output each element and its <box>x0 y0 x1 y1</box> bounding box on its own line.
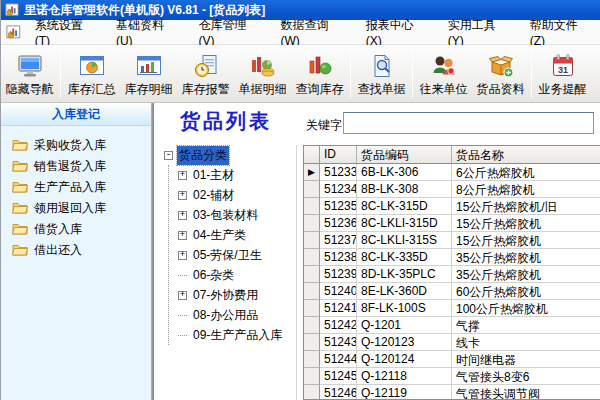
sidebar-item-0[interactable]: 采购收货入库 <box>1 135 151 156</box>
sidebar-item-2[interactable]: 生产产品入库 <box>1 177 151 198</box>
table-row[interactable]: 512348B-LK-3088公斤热熔胶机 <box>304 181 600 198</box>
collapse-icon[interactable]: - <box>164 151 173 160</box>
tree-root-label[interactable]: 货品分类 <box>177 146 229 165</box>
column-header-2[interactable]: 货品名称 <box>452 146 600 164</box>
toolbar-hide-nav-button[interactable]: 隐藏导航 <box>1 45 58 102</box>
tree-node-5[interactable]: 06-杂类 <box>178 265 296 285</box>
tree-node-8[interactable]: 09-生产产品入库 <box>178 325 296 345</box>
expand-icon[interactable]: + <box>178 291 187 300</box>
row-selector[interactable] <box>304 368 320 385</box>
table-row[interactable]: 512408E-LK-360D60公斤热熔胶机 <box>304 283 600 300</box>
table-cell: 60公斤热熔胶机 <box>452 283 600 300</box>
row-selector[interactable] <box>304 317 320 334</box>
table-row[interactable]: 51244Q-120124时间继电器 <box>304 351 600 368</box>
sidebar-item-label: 借出还入 <box>34 242 82 259</box>
table-row[interactable]: 512378C-LKLI-315S15公斤热熔胶机 <box>304 232 600 249</box>
row-selector-header <box>304 146 320 164</box>
sidebar-item-3[interactable]: 领用退回入库 <box>1 198 151 219</box>
row-selector[interactable] <box>304 334 320 351</box>
table-row[interactable]: ▶512336B-LK-3066公斤热熔胶机 <box>304 164 600 181</box>
folder-icon <box>12 222 28 238</box>
column-header-1[interactable]: 货品编码 <box>357 146 452 164</box>
expand-icon[interactable]: + <box>178 231 187 240</box>
toolbar-button-label: 库存报警 <box>182 81 230 98</box>
keyword-input[interactable] <box>343 112 594 134</box>
toolbar-query-stock-button[interactable]: 查询库存 <box>291 45 348 102</box>
tree-node-6[interactable]: +07-外协费用 <box>178 285 296 305</box>
tree-node-3[interactable]: +04-生产类 <box>178 225 296 245</box>
table-row[interactable]: 51243Q-120123线卡 <box>304 334 600 351</box>
app-window: 里诺仓库管理软件(单机版) V6.81 - [货品列表] 系统设置(T)基础资料… <box>0 0 600 400</box>
table-cell: Q-12118 <box>357 368 452 385</box>
toolbar-stock-detail-button[interactable]: 库存明细 <box>120 45 177 102</box>
pie-window-icon <box>78 52 106 80</box>
partners-icon <box>430 52 458 80</box>
table-row[interactable]: 51242Q-1201气撑 <box>304 317 600 334</box>
sidebar-item-1[interactable]: 销售退货入库 <box>1 156 151 177</box>
toolbar-separator <box>350 49 351 98</box>
table-cell: 8C-LKLI-315D <box>357 215 452 232</box>
toolbar-goods-info-button[interactable]: 货品资料 <box>472 45 529 102</box>
sidebar-header: 入库登记 <box>1 103 151 126</box>
sidebar-item-5[interactable]: 借出还入 <box>1 240 151 261</box>
tree-node-0[interactable]: +01-主材 <box>178 165 296 185</box>
table-row[interactable]: 512388C-LK-335D35公斤热熔胶机 <box>304 249 600 266</box>
tree-connector <box>178 275 187 276</box>
tree-root-node[interactable]: -货品分类 <box>164 145 296 165</box>
coins-chart-icon <box>249 52 277 80</box>
row-selector[interactable] <box>304 198 320 215</box>
row-selector[interactable] <box>304 232 320 249</box>
toolbar-button-label: 查找单据 <box>358 81 406 98</box>
toolbar-business-reminder-button[interactable]: 31业务提醒 <box>534 45 591 102</box>
row-selector[interactable] <box>304 181 320 198</box>
expand-icon[interactable]: + <box>178 191 187 200</box>
toolbar-button-label: 业务提醒 <box>539 81 587 98</box>
table-cell: Q-120124 <box>357 351 452 368</box>
table-row[interactable]: 51245Q-12118气管接头8变6 <box>304 368 600 385</box>
toolbar-stock-alert-button[interactable]: 库存报警 <box>177 45 234 102</box>
table-cell: Q-12119 <box>357 385 452 400</box>
table-cell: 35公斤热熔胶机 <box>452 266 600 283</box>
category-tree: -货品分类+01-主材+02-辅材+03-包装材料+04-生产类+05-劳保/卫… <box>164 145 297 400</box>
toolbar-separator <box>531 49 532 98</box>
table-row[interactable]: 512398D-LK-35PLC35公斤热熔胶机 <box>304 266 600 283</box>
sidebar-nav-panel: 入库登记 采购收货入库销售退货入库生产产品入库领用退回入库借货入库借出还入 <box>1 103 151 400</box>
expand-icon[interactable]: + <box>178 171 187 180</box>
tree-node-1[interactable]: +02-辅材 <box>178 185 296 205</box>
table-cell: 8D-LK-35PLC <box>357 266 452 283</box>
table-row[interactable]: 512368C-LKLI-315D15公斤热熔胶机 <box>304 215 600 232</box>
toolbar-button-label: 单据明细 <box>239 81 287 98</box>
toolbar-clipped-right-button[interactable]: 联 <box>591 45 600 102</box>
menu-bar: 系统设置(T)基础资料(U)仓库管理(V)数据查询(W)报表中心(X)实用工具(… <box>1 20 600 45</box>
row-selector[interactable] <box>304 385 320 400</box>
row-selector[interactable] <box>304 215 320 232</box>
toolbar-find-bill-button[interactable]: 查找单据 <box>353 45 410 102</box>
table-row[interactable]: 512418F-LK-100S100公斤热熔胶机 <box>304 300 600 317</box>
row-selector[interactable] <box>304 283 320 300</box>
row-selector[interactable] <box>304 300 320 317</box>
expand-icon[interactable]: + <box>178 251 187 260</box>
toolbar-bill-detail-button[interactable]: 单据明细 <box>234 45 291 102</box>
table-cell: 6B-LK-306 <box>357 164 452 181</box>
row-selector[interactable] <box>304 249 320 266</box>
tree-children: +01-主材+02-辅材+03-包装材料+04-生产类+05-劳保/卫生06-杂… <box>168 165 296 345</box>
table-row[interactable]: 51246Q-12119气管接头调节阀 <box>304 385 600 400</box>
toolbar-partners-button[interactable]: 往来单位 <box>415 45 472 102</box>
keyword-label: 关键字 <box>306 117 342 134</box>
row-selector[interactable] <box>304 351 320 368</box>
tree-node-2[interactable]: +03-包装材料 <box>178 205 296 225</box>
table-cell: 51239 <box>320 266 357 283</box>
monitor-icon <box>16 52 44 80</box>
tree-node-4[interactable]: +05-劳保/卫生 <box>178 245 296 265</box>
column-header-0[interactable]: ID <box>320 146 357 164</box>
expand-icon[interactable]: + <box>178 211 187 220</box>
table-cell: 15公斤热熔胶机 <box>452 215 600 232</box>
sidebar-item-4[interactable]: 借货入库 <box>1 219 151 240</box>
mdi-child-icon[interactable] <box>6 25 21 40</box>
current-row-indicator[interactable]: ▶ <box>304 164 320 181</box>
table-row[interactable]: 512358C-LK-315D15公斤热熔胶机/旧 <box>304 198 600 215</box>
table-cell: 6公斤热熔胶机 <box>452 164 600 181</box>
toolbar-stock-summary-button[interactable]: 库存汇总 <box>63 45 120 102</box>
tree-node-7[interactable]: 08-办公用品 <box>178 305 296 325</box>
row-selector[interactable] <box>304 266 320 283</box>
